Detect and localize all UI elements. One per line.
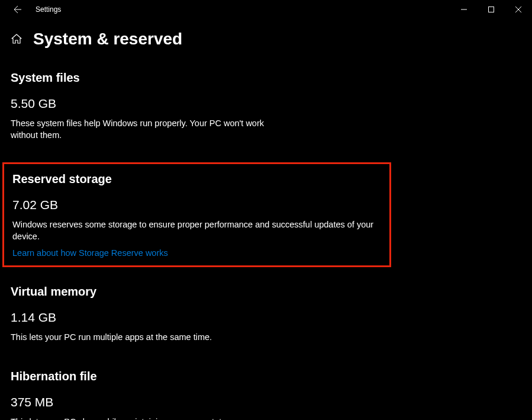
minimize-icon <box>461 7 467 12</box>
section-virtual-memory: Virtual memory 1.14 GB This lets your PC… <box>11 283 521 346</box>
home-icon[interactable] <box>11 33 22 45</box>
section-desc: This lets your PC sleep while maintainin… <box>11 416 521 420</box>
page-title: System & reserved <box>33 30 182 49</box>
close-icon <box>515 7 521 12</box>
section-system-files: System files 5.50 GB These system files … <box>11 69 521 143</box>
section-value: 1.14 GB <box>11 310 521 325</box>
section-desc: Windows reserves some storage to ensure … <box>12 219 381 242</box>
maximize-icon <box>488 7 494 12</box>
app-title: Settings <box>36 5 61 14</box>
close-button[interactable] <box>505 0 532 19</box>
minimize-button[interactable] <box>450 0 478 19</box>
section-title: System files <box>11 71 521 85</box>
section-value: 375 MB <box>11 395 521 409</box>
svg-rect-0 <box>489 7 494 12</box>
section-value: 7.02 GB <box>12 198 381 212</box>
section-desc: These system files help Windows run prop… <box>11 118 271 141</box>
section-value: 5.50 GB <box>11 97 521 111</box>
section-title: Reserved storage <box>12 172 381 186</box>
section-title: Hibernation file <box>11 370 521 383</box>
arrow-left-icon <box>13 5 22 14</box>
section-title: Virtual memory <box>11 285 521 299</box>
section-desc: This lets your PC run multiple apps at t… <box>11 332 521 344</box>
section-hibernation-file: Hibernation file 375 MB This lets your P… <box>11 367 521 420</box>
maximize-button[interactable] <box>478 0 505 19</box>
window-controls <box>450 0 532 19</box>
section-reserved-storage: Reserved storage 7.02 GB Windows reserve… <box>2 162 391 267</box>
titlebar: Settings <box>0 0 532 19</box>
back-button[interactable] <box>6 0 30 19</box>
page-header: System & reserved <box>11 30 521 49</box>
content-area: System & reserved System files 5.50 GB T… <box>0 19 532 420</box>
storage-reserve-link[interactable]: Learn about how Storage Reserve works <box>12 248 168 258</box>
